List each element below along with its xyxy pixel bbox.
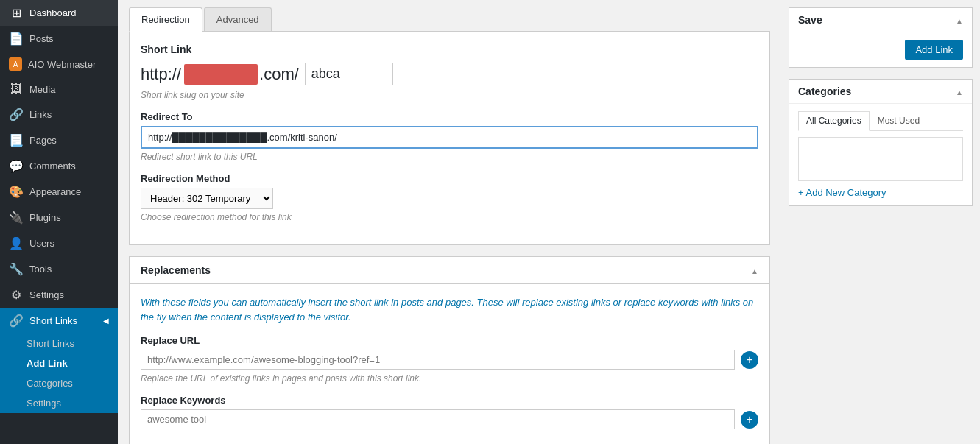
main-area: Redirection Advanced Short Link http:// … [118,0,980,444]
replacements-collapse-icon [751,265,758,276]
short-link-suffix: .com/ [259,65,299,84]
sidebar-item-settings[interactable]: ⚙ Settings [0,282,118,308]
short-link-prefix: http:// [141,65,181,84]
sidebar: ⊞ Dashboard 📄 Posts A AIO Webmaster 🖼 Me… [0,0,118,444]
replacements-title: Replacements [141,264,211,276]
categories-collapse-icon [956,85,963,97]
short-link-group: Short Link http:// .com/ Short link slug… [141,43,758,100]
tabs-bar: Redirection Advanced [129,7,770,32]
sidebar-item-pages[interactable]: 📃 Pages [0,127,118,153]
sidebar-item-comments[interactable]: 💬 Comments [0,153,118,179]
save-title: Save [798,14,822,26]
sidebar-item-media[interactable]: 🖼 Media [0,77,118,102]
cat-tab-all[interactable]: All Categories [798,111,870,131]
sidebar-arrow-icon: ◀ [103,317,109,325]
short-link-domain-redacted [184,64,258,85]
replace-keywords-add-button[interactable]: + [741,411,758,429]
redirection-method-select[interactable]: Header: 301 Permanent Header: 302 Tempor… [141,188,273,209]
categories-tabs: All Categories Most Used [798,111,963,131]
save-meta-box: Save Add Link [789,7,973,68]
add-new-category-link[interactable]: + Add New Category [798,187,886,198]
sidebar-item-aio-webmaster[interactable]: A AIO Webmaster [0,52,118,77]
save-collapse-icon [956,14,963,26]
redirection-method-group: Redirection Method Header: 301 Permanent… [141,173,758,222]
short-link-slug-input[interactable] [305,63,393,85]
categories-list[interactable] [798,137,963,181]
sidebar-sub-settings[interactable]: Settings [0,393,118,413]
sidebar-item-links[interactable]: 🔗 Links [0,102,118,127]
categories-meta-box-header[interactable]: Categories [789,80,972,104]
replace-url-label: Replace URL [141,335,758,346]
sidebar-section-short-links: 🔗 Short Links ◀ Short Links Add Link Cat… [0,308,118,413]
replace-keywords-label: Replace Keywords [141,395,758,406]
posts-icon: 📄 [9,32,24,46]
replace-url-input[interactable] [141,350,735,370]
comments-icon: 💬 [9,159,24,173]
right-sidebar: Save Add Link Categories All Categories [781,0,980,444]
sidebar-item-short-links[interactable]: 🔗 Short Links ◀ [0,308,118,334]
replacements-section: Replacements With these fields you can a… [129,256,770,444]
sidebar-sub-categories[interactable]: Categories [0,373,118,393]
tools-icon: 🔧 [9,262,24,276]
replace-url-add-button[interactable]: + [741,351,758,369]
short-link-title: Short Link [141,43,758,55]
pages-icon: 📃 [9,133,24,147]
redirect-to-group: Redirect To Redirect short link to this … [141,111,758,162]
media-icon: 🖼 [9,82,24,96]
replace-url-group: Replace URL + Replace the URL of existin… [141,335,758,384]
tab-redirection[interactable]: Redirection [129,7,202,32]
replace-url-row: + [141,350,758,370]
plugins-icon: 🔌 [9,211,24,225]
redirect-to-label: Redirect To [141,111,758,122]
replace-keywords-row: + [141,409,758,429]
replace-keywords-group: Replace Keywords + [141,395,758,429]
categories-meta-box: Categories All Categories Most Used + Ad… [789,79,973,206]
links-icon: 🔗 [9,108,24,121]
tab-advanced[interactable]: Advanced [204,7,272,31]
save-meta-box-content: Add Link [789,32,972,67]
redirect-to-hint: Redirect short link to this URL [141,152,758,162]
aio-icon: A [9,57,22,71]
redirect-to-input[interactable] [141,126,758,149]
replacements-header[interactable]: Replacements [129,256,770,283]
sidebar-item-plugins[interactable]: 🔌 Plugins [0,205,118,230]
sidebar-item-tools[interactable]: 🔧 Tools [0,256,118,282]
sidebar-item-dashboard[interactable]: ⊞ Dashboard [0,0,118,26]
short-links-icon: 🔗 [9,314,24,328]
cat-tab-most-used[interactable]: Most Used [870,111,928,130]
sidebar-item-posts[interactable]: 📄 Posts [0,26,118,52]
add-link-button[interactable]: Add Link [905,40,963,60]
sidebar-item-users[interactable]: 👤 Users [0,230,118,256]
sidebar-sub-short-links[interactable]: Short Links [0,334,118,353]
replace-keywords-input[interactable] [141,409,735,429]
replacements-description: With these fields you can automatically … [141,295,758,324]
short-link-row: http:// .com/ [141,63,758,85]
dashboard-icon: ⊞ [9,6,24,20]
save-meta-box-header[interactable]: Save [789,8,972,32]
redirection-method-hint: Choose redirection method for this link [141,212,758,222]
redirection-method-label: Redirection Method [141,173,758,184]
settings-icon: ⚙ [9,288,24,302]
appearance-icon: 🎨 [9,185,24,199]
replace-url-hint: Replace the URL of existing links in pag… [141,373,758,384]
content-area: Redirection Advanced Short Link http:// … [118,0,781,444]
categories-meta-box-content: All Categories Most Used + Add New Categ… [789,104,972,205]
redirection-panel: Short Link http:// .com/ Short link slug… [129,32,770,245]
short-link-hint: Short link slug on your site [141,90,758,100]
sidebar-item-appearance[interactable]: 🎨 Appearance [0,179,118,205]
replacements-content: With these fields you can automatically … [129,283,770,444]
sidebar-sub-add-link[interactable]: Add Link [0,353,118,373]
users-icon: 👤 [9,236,24,250]
categories-title: Categories [798,85,851,97]
